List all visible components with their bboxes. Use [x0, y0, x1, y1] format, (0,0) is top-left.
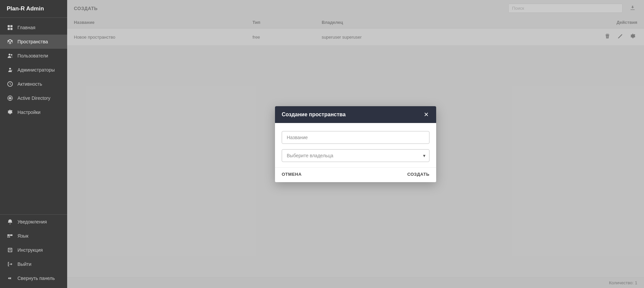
svg-point-4: [9, 54, 10, 55]
admin-icon: [7, 67, 13, 73]
sidebar-item-notifications[interactable]: Уведомления: [0, 215, 67, 229]
svg-rect-13: [7, 237, 9, 238]
sidebar-item-language-label: Язык: [17, 233, 29, 239]
logout-icon: [7, 261, 13, 268]
sidebar-item-settings-label: Настройки: [17, 110, 41, 115]
owner-select[interactable]: Выберите владельца: [282, 149, 429, 162]
ad-icon: [7, 95, 13, 101]
sidebar: Plan-R Admin Главная Пространства Пользо…: [0, 0, 67, 288]
sidebar-item-language[interactable]: Язык: [0, 229, 67, 243]
submit-button[interactable]: СОЗДАТЬ: [407, 172, 429, 177]
gear-icon: [7, 109, 13, 116]
modal-footer: ОТМЕНА СОЗДАТЬ: [275, 167, 436, 182]
modal-overlay: Создание пространства ✕ Выберите владель…: [67, 0, 644, 288]
create-space-modal: Создание пространства ✕ Выберите владель…: [275, 106, 436, 182]
book-icon: [7, 247, 13, 253]
modal-title: Создание пространства: [282, 112, 346, 118]
modal-close-button[interactable]: ✕: [423, 112, 429, 118]
sidebar-nav: Главная Пространства Пользователи Админи…: [0, 18, 67, 214]
modal-header: Создание пространства ✕: [275, 106, 436, 123]
sidebar-item-home-label: Главная: [17, 25, 35, 30]
svg-rect-11: [7, 235, 10, 236]
sidebar-item-logout-label: Выйти: [17, 261, 31, 267]
sidebar-item-logout[interactable]: Выйти: [0, 257, 67, 271]
collapse-icon: [7, 275, 13, 282]
box-icon: [7, 38, 13, 45]
svg-rect-0: [8, 25, 10, 27]
svg-rect-1: [10, 25, 12, 27]
bell-icon: [7, 218, 13, 225]
modal-body: Выберите владельца ▾: [275, 123, 436, 167]
sidebar-item-settings[interactable]: Настройки: [0, 105, 67, 119]
main-content: СОЗДАТЬ Название Тип Владелец Действия Н…: [67, 0, 644, 288]
sidebar-bottom: Уведомления Язык Инструкция Выйти Сверну…: [0, 214, 67, 288]
cancel-button[interactable]: ОТМЕНА: [282, 172, 302, 177]
svg-point-5: [11, 54, 12, 56]
sidebar-item-active-directory-label: Active Directory: [17, 95, 50, 101]
sidebar-item-active-directory[interactable]: Active Directory: [0, 91, 67, 105]
owner-select-wrapper: Выберите владельца ▾: [282, 149, 429, 162]
sidebar-item-instructions-label: Инструкция: [17, 247, 43, 253]
grid-icon: [7, 24, 13, 31]
sidebar-item-notifications-label: Уведомления: [17, 219, 47, 224]
sidebar-item-admins-label: Администраторы: [17, 67, 55, 73]
sidebar-item-activity[interactable]: Активность: [0, 77, 67, 91]
sidebar-collapse-label: Свернуть панель: [17, 276, 55, 281]
sidebar-collapse[interactable]: Свернуть панель: [0, 271, 67, 285]
users-icon: [7, 52, 13, 59]
sidebar-item-activity-label: Активность: [17, 81, 42, 87]
svg-rect-2: [8, 28, 10, 30]
sidebar-item-instructions[interactable]: Инструкция: [0, 243, 67, 257]
sidebar-item-spaces-label: Пространства: [17, 39, 48, 44]
lang-icon: [7, 233, 13, 239]
app-logo: Plan-R Admin: [0, 0, 67, 18]
space-name-input[interactable]: [282, 131, 429, 144]
clock-icon: [7, 81, 13, 87]
svg-rect-14: [9, 237, 10, 238]
sidebar-item-home[interactable]: Главная: [0, 20, 67, 35]
svg-point-6: [9, 68, 11, 70]
sidebar-item-users[interactable]: Пользователи: [0, 49, 67, 63]
sidebar-item-spaces[interactable]: Пространства: [0, 35, 67, 49]
sidebar-item-admins[interactable]: Администраторы: [0, 63, 67, 77]
svg-rect-12: [10, 235, 12, 236]
sidebar-item-users-label: Пользователи: [17, 53, 48, 58]
svg-rect-3: [10, 28, 12, 30]
